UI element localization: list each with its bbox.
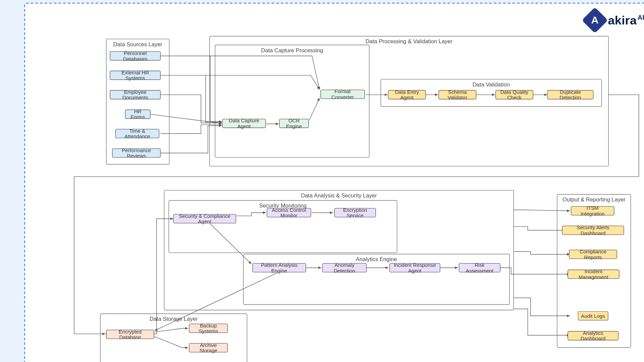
node-anomaly-detection: Anomaly Detection	[322, 263, 367, 273]
group-title: Data Processing & Validation Layer	[210, 36, 608, 45]
node-encryption-service: Encryption Service	[334, 208, 376, 218]
diagram-canvas: A akiraAI	[24, 3, 644, 362]
node-security-compliance-agent: Security & Compliance Agent	[173, 214, 236, 224]
node-ocr-engine: OCR Engine	[279, 119, 309, 128]
node-performance-reviews: Performance Reviews	[112, 148, 161, 158]
node-external-hr-systems: External HR Systems	[110, 71, 161, 80]
group-title: Data Analysis & Security Layer	[164, 190, 514, 199]
node-hr-forms: HR Forms	[125, 110, 151, 119]
node-itsm-integration: ITSM Integration	[571, 206, 614, 216]
node-access-control-monitor: Access Control Monitor	[267, 208, 311, 218]
brand-name: akiraAI	[608, 13, 644, 27]
group-title: Data Capture Processing	[215, 44, 369, 54]
node-encrypted-database: Encrypted Database	[106, 330, 154, 339]
node-time-attendance: Time & Attendance	[115, 129, 159, 138]
node-audit-logs: Audit Logs	[578, 311, 608, 320]
node-duplicate-detection: Duplicate Detection	[547, 90, 593, 100]
group-data-capture: Data Capture Processing	[215, 45, 370, 158]
group-title: Analytics Engine	[244, 253, 509, 263]
node-archive-storage: Archive Storage	[189, 343, 228, 353]
node-employee-documents: Employee Documents	[110, 90, 161, 100]
group-title: Data Storage Layer	[101, 313, 247, 322]
node-data-capture-agent: Data Capture Agent	[222, 119, 266, 128]
node-incident-management: Incident Management	[568, 269, 620, 279]
node-schema-validator: Schema Validator	[438, 90, 476, 100]
node-data-quality-check: Data Quality Check	[495, 90, 533, 100]
group-title: Data Validation	[381, 78, 601, 88]
node-data-entry-agent: Data Entry Agent	[388, 90, 426, 100]
group-analytics-engine: Analytics Engine	[243, 254, 510, 305]
node-analytics-dashboard: Analytics Dashboard	[568, 331, 619, 341]
brand-logo: A akiraAI	[586, 11, 644, 29]
brand-icon: A	[582, 7, 608, 33]
group-title: Data Sources Layer	[107, 38, 169, 48]
node-backup-systems: Backup Systems	[189, 324, 228, 333]
node-compliance-reports: Compliance Reports	[569, 250, 617, 259]
node-personnel-databases: Personnel Databases	[110, 51, 161, 61]
node-risk-assessment: Risk Assessment	[459, 263, 500, 273]
group-title: Output & Reporting Layer	[557, 194, 631, 203]
node-pattern-analysis: Pattern Analysis Engine	[252, 263, 306, 273]
node-security-alerts-dashboard: Security Alerts Dashboard	[562, 226, 624, 235]
node-format-converter: Format Converter	[320, 89, 365, 99]
node-incident-response-agent: Incident Response Agent	[389, 263, 440, 273]
